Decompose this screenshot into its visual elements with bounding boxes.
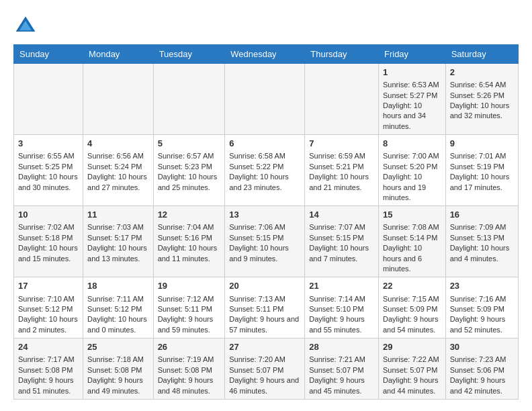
day-number: 13: [229, 209, 300, 221]
day-info: Sunrise: 7:02 AM: [18, 222, 79, 232]
day-number: 7: [309, 138, 374, 150]
day-info: Daylight: 10 hours and 21 minutes.: [309, 172, 374, 193]
weekday-header: Sunday: [14, 45, 83, 64]
day-info: Sunrise: 7:10 AM: [18, 294, 79, 304]
day-info: Sunrise: 7:19 AM: [158, 355, 221, 365]
calendar-cell: 18Sunrise: 7:11 AMSunset: 5:12 PMDayligh…: [83, 277, 154, 338]
calendar-week: 10Sunrise: 7:02 AMSunset: 5:18 PMDayligh…: [14, 206, 519, 277]
day-info: Sunrise: 7:15 AM: [383, 294, 441, 304]
day-info: Sunset: 5:09 PM: [450, 304, 514, 314]
day-number: 4: [87, 138, 149, 150]
day-info: Daylight: 10 hours and 23 minutes.: [229, 172, 300, 193]
day-info: Sunset: 5:06 PM: [450, 365, 514, 375]
calendar-cell: 23Sunrise: 7:16 AMSunset: 5:09 PMDayligh…: [445, 277, 518, 338]
calendar-cell: 2Sunrise: 6:54 AMSunset: 5:26 PMDaylight…: [445, 64, 518, 135]
header-row: SundayMondayTuesdayWednesdayThursdayFrid…: [14, 45, 519, 64]
calendar-cell: 25Sunrise: 7:18 AMSunset: 5:08 PMDayligh…: [83, 338, 154, 400]
day-number: 22: [383, 280, 441, 292]
day-info: Sunrise: 7:08 AM: [383, 222, 441, 232]
day-info: Sunset: 5:07 PM: [309, 365, 374, 375]
day-info: Sunrise: 7:21 AM: [309, 355, 374, 365]
calendar-cell: 15Sunrise: 7:08 AMSunset: 5:14 PMDayligh…: [378, 206, 445, 277]
day-info: Daylight: 10 hours and 13 minutes.: [87, 243, 149, 264]
calendar-cell: 29Sunrise: 7:22 AMSunset: 5:07 PMDayligh…: [378, 338, 445, 400]
calendar-cell: 24Sunrise: 7:17 AMSunset: 5:08 PMDayligh…: [14, 338, 83, 400]
calendar-cell: 19Sunrise: 7:12 AMSunset: 5:11 PMDayligh…: [153, 277, 225, 338]
day-info: Sunset: 5:08 PM: [87, 365, 149, 375]
day-info: Sunrise: 7:17 AM: [18, 355, 79, 365]
day-info: Sunrise: 7:07 AM: [309, 222, 374, 232]
day-info: Daylight: 10 hours and 11 minutes.: [158, 243, 221, 264]
day-info: Daylight: 9 hours and 52 minutes.: [450, 314, 514, 335]
day-info: Sunrise: 6:57 AM: [158, 151, 221, 161]
day-info: Daylight: 10 hours and 32 minutes.: [450, 101, 514, 122]
day-info: Daylight: 9 hours and 48 minutes.: [158, 375, 221, 396]
calendar-cell: 16Sunrise: 7:09 AMSunset: 5:13 PMDayligh…: [445, 206, 518, 277]
day-number: 3: [18, 138, 79, 150]
day-info: Sunset: 5:10 PM: [309, 304, 374, 314]
calendar-cell: 26Sunrise: 7:19 AMSunset: 5:08 PMDayligh…: [153, 338, 225, 400]
calendar-cell: 10Sunrise: 7:02 AMSunset: 5:18 PMDayligh…: [14, 206, 83, 277]
calendar-body: 1Sunrise: 6:53 AMSunset: 5:27 PMDaylight…: [14, 64, 519, 400]
calendar-cell: 11Sunrise: 7:03 AMSunset: 5:17 PMDayligh…: [83, 206, 154, 277]
day-info: Sunrise: 6:54 AM: [450, 80, 514, 90]
calendar-cell: 27Sunrise: 7:20 AMSunset: 5:07 PMDayligh…: [225, 338, 305, 400]
day-number: 29: [383, 341, 441, 353]
day-info: Daylight: 10 hours and 17 minutes.: [450, 172, 514, 193]
day-info: Sunset: 5:16 PM: [158, 233, 221, 243]
day-info: Daylight: 10 hours and 30 minutes.: [18, 172, 79, 193]
weekday-header: Saturday: [445, 45, 518, 64]
day-info: Sunrise: 7:01 AM: [450, 151, 514, 161]
weekday-header: Tuesday: [153, 45, 225, 64]
day-info: Sunset: 5:11 PM: [229, 304, 300, 314]
day-info: Sunset: 5:15 PM: [229, 233, 300, 243]
day-info: Sunrise: 7:20 AM: [229, 355, 300, 365]
day-number: 16: [450, 209, 514, 221]
day-number: 12: [158, 209, 221, 221]
day-info: Daylight: 10 hours and 7 minutes.: [309, 243, 374, 264]
day-info: Daylight: 9 hours and 49 minutes.: [87, 375, 149, 396]
day-info: Sunset: 5:24 PM: [87, 162, 149, 172]
day-info: Sunrise: 7:12 AM: [158, 294, 221, 304]
day-info: Sunrise: 6:56 AM: [87, 151, 149, 161]
day-number: 24: [18, 341, 79, 353]
calendar-cell: 17Sunrise: 7:10 AMSunset: 5:12 PMDayligh…: [14, 277, 83, 338]
day-info: Sunset: 5:12 PM: [18, 304, 79, 314]
calendar-cell: 12Sunrise: 7:04 AMSunset: 5:16 PMDayligh…: [153, 206, 225, 277]
day-number: 18: [87, 280, 149, 292]
calendar-cell: 21Sunrise: 7:14 AMSunset: 5:10 PMDayligh…: [305, 277, 379, 338]
calendar-cell: [83, 64, 154, 135]
weekday-header: Wednesday: [225, 45, 305, 64]
day-info: Sunset: 5:23 PM: [158, 162, 221, 172]
day-info: Sunrise: 6:58 AM: [229, 151, 300, 161]
calendar-header: SundayMondayTuesdayWednesdayThursdayFrid…: [14, 45, 519, 64]
day-info: Daylight: 10 hours and 34 minutes.: [383, 101, 441, 132]
day-number: 21: [309, 280, 374, 292]
calendar-cell: 1Sunrise: 6:53 AMSunset: 5:27 PMDaylight…: [378, 64, 445, 135]
day-number: 17: [18, 280, 79, 292]
day-info: Daylight: 10 hours and 0 minutes.: [87, 314, 149, 335]
day-number: 10: [18, 209, 79, 221]
calendar-table: SundayMondayTuesdayWednesdayThursdayFrid…: [13, 44, 519, 400]
day-number: 14: [309, 209, 374, 221]
calendar-cell: 6Sunrise: 6:58 AMSunset: 5:22 PMDaylight…: [225, 135, 305, 206]
logo: [13, 13, 40, 38]
day-number: 15: [383, 209, 441, 221]
day-number: 25: [87, 341, 149, 353]
day-info: Sunset: 5:17 PM: [87, 233, 149, 243]
day-info: Sunset: 5:27 PM: [383, 91, 441, 101]
day-number: 27: [229, 341, 300, 353]
day-info: Sunset: 5:08 PM: [18, 365, 79, 375]
day-info: Daylight: 10 hours and 2 minutes.: [18, 314, 79, 335]
calendar-cell: [153, 64, 225, 135]
day-info: Daylight: 9 hours and 44 minutes.: [383, 375, 441, 396]
calendar-cell: 5Sunrise: 6:57 AMSunset: 5:23 PMDaylight…: [153, 135, 225, 206]
day-number: 1: [383, 66, 441, 79]
day-info: Sunset: 5:20 PM: [383, 162, 441, 172]
day-info: Sunset: 5:12 PM: [87, 304, 149, 314]
day-info: Sunrise: 6:55 AM: [18, 151, 79, 161]
day-info: Sunrise: 7:03 AM: [87, 222, 149, 232]
calendar-cell: 22Sunrise: 7:15 AMSunset: 5:09 PMDayligh…: [378, 277, 445, 338]
calendar-cell: 7Sunrise: 6:59 AMSunset: 5:21 PMDaylight…: [305, 135, 379, 206]
calendar-week: 24Sunrise: 7:17 AMSunset: 5:08 PMDayligh…: [14, 338, 519, 400]
